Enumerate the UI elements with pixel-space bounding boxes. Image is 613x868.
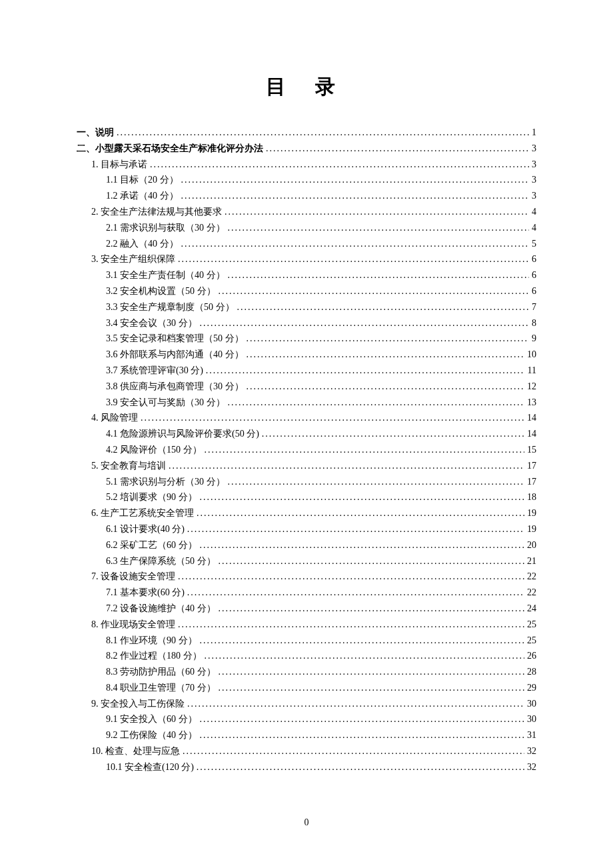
toc-leader [200,489,525,505]
toc-leader [228,395,525,411]
toc-entry-label: 5.1 需求识别与分析（30 分） [106,474,225,490]
toc-entry: 1. 目标与承诺3 [91,157,536,173]
toc-entry-label: 3.3 安全生产规章制度（50 分） [106,299,235,315]
toc-entry-page: 8 [532,315,536,331]
toc-leader [169,458,524,474]
toc-leader [228,267,530,283]
toc-list: 一、说明1二、小型露天采石场安全生产标准化评分办法31. 目标与承诺31.1 目… [77,125,536,775]
toc-entry-label: 3.5 安全记录和档案管理（50 分） [106,331,244,347]
toc-entry-label: 3.7 系统管理评审(30 分) [106,363,203,379]
toc-entry-page: 25 [527,617,536,633]
toc-entry-page: 32 [527,759,536,775]
toc-entry-page: 1 [532,125,536,141]
toc-entry-page: 7 [532,299,536,315]
toc-leader [219,664,525,680]
toc-entry-page: 3 [532,172,536,188]
toc-entry-label: 3.6 外部联系与内部沟通（40 分） [106,347,244,363]
toc-entry-page: 11 [528,363,536,379]
toc-entry-page: 6 [532,251,536,267]
toc-leader [219,553,525,569]
toc-entry: 1.1 目标（20 分）3 [106,172,536,188]
toc-entry-label: 6.2 采矿工艺（60 分） [106,537,197,553]
toc-entry-page: 17 [527,458,536,474]
toc-entry: 3.2 安全机构设置（50 分）6 [106,283,536,299]
toc-entry: 6.3 生产保障系统（50 分）21 [106,553,536,569]
toc-entry-label: 10.1 安全检查(120 分) [106,759,194,775]
toc-entry-page: 4 [532,220,536,236]
toc-entry-label: 8.3 劳动防护用品（60 分） [106,664,216,680]
toc-entry-label: 8.1 作业环境（90 分） [106,633,197,649]
toc-entry-label: 7.2 设备设施维护（40 分） [106,601,216,617]
toc-entry-label: 1.1 目标（20 分） [106,172,179,188]
toc-entry: 3.5 安全记录和档案管理（50 分）9 [106,331,536,347]
toc-entry-label: 3.8 供应商与承包商管理（30 分） [106,379,244,395]
toc-leader [205,442,525,458]
toc-leader [205,648,525,664]
toc-entry-label: 3. 安全生产组织保障 [91,251,175,267]
toc-entry-page: 30 [527,696,536,712]
toc-entry: 8.2 作业过程（180 分）26 [106,648,536,664]
toc-leader [181,172,530,188]
toc-entry-page: 3 [532,157,536,173]
toc-entry: 9.2 工伤保险（40 分）31 [106,727,536,743]
toc-entry: 6.2 采矿工艺（60 分）20 [106,537,536,553]
toc-entry: 3. 安全生产组织保障6 [91,251,536,267]
toc-entry-page: 24 [527,601,536,617]
toc-entry-label: 4. 风险管理 [91,410,138,426]
toc-entry-page: 26 [527,648,536,664]
toc-entry-page: 28 [527,664,536,680]
toc-entry-page: 22 [527,585,536,601]
toc-leader [219,283,530,299]
toc-entry: 5.2 培训要求（90 分）18 [106,489,536,505]
toc-leader [266,141,529,157]
toc-entry-page: 3 [532,188,536,204]
toc-leader [150,157,529,173]
toc-entry-label: 7. 设备设施安全管理 [91,569,175,585]
toc-entry-label: 2.2 融入（40 分） [106,236,179,252]
toc-entry: 8.4 职业卫生管理（70 分）29 [106,680,536,696]
toc-entry: 6. 生产工艺系统安全管理19 [91,505,536,521]
toc-leader [225,204,529,220]
toc-entry: 7.2 设备设施维护（40 分）24 [106,601,536,617]
toc-entry-page: 14 [527,426,536,442]
toc-entry-label: 3.4 安全会议（30 分） [106,315,197,331]
toc-entry-page: 19 [527,505,536,521]
toc-title: 目 录 [77,73,536,101]
toc-entry: 3.8 供应商与承包商管理（30 分）12 [106,379,536,395]
toc-leader [219,601,525,617]
toc-leader [200,711,525,727]
toc-entry-label: 7.1 基本要求(60 分) [106,585,185,601]
toc-entry-label: 5.2 培训要求（90 分） [106,489,197,505]
toc-leader [247,379,525,395]
toc-entry-page: 20 [527,537,536,553]
toc-entry: 9. 安全投入与工伤保险30 [91,696,536,712]
toc-leader [187,521,524,537]
toc-leader [187,696,524,712]
toc-entry: 2.1 需求识别与获取（30 分）4 [106,220,536,236]
toc-entry: 2. 安全生产法律法规与其他要求4 [91,204,536,220]
page-number-footer: 0 [0,817,613,828]
toc-entry-page: 13 [527,395,536,411]
toc-entry-label: 6. 生产工艺系统安全管理 [91,505,194,521]
toc-leader [117,125,529,141]
toc-entry-page: 12 [527,379,536,395]
toc-entry-page: 29 [527,680,536,696]
toc-entry-label: 6.3 生产保障系统（50 分） [106,553,216,569]
toc-entry-label: 8.4 职业卫生管理（70 分） [106,680,216,696]
toc-entry: 7. 设备设施安全管理22 [91,569,536,585]
toc-entry: 3.6 外部联系与内部沟通（40 分）10 [106,347,536,363]
toc-leader [197,505,524,521]
document-page: 目 录 一、说明1二、小型露天采石场安全生产标准化评分办法31. 目标与承诺31… [0,0,613,868]
toc-leader [228,474,525,490]
toc-entry: 9.1 安全投入（60 分）30 [106,711,536,727]
toc-entry-label: 8.2 作业过程（180 分） [106,648,202,664]
toc-entry: 5. 安全教育与培训17 [91,458,536,474]
toc-entry-page: 10 [527,347,536,363]
toc-entry-label: 5. 安全教育与培训 [91,458,166,474]
toc-entry-page: 3 [532,141,536,157]
toc-entry: 10. 检查、处理与应急32 [91,743,536,759]
toc-entry: 3.3 安全生产规章制度（50 分）7 [106,299,536,315]
toc-entry: 1.2 承诺（40 分）3 [106,188,536,204]
toc-entry-label: 4.2 风险评价（150 分） [106,442,202,458]
toc-entry: 5.1 需求识别与分析（30 分）17 [106,474,536,490]
